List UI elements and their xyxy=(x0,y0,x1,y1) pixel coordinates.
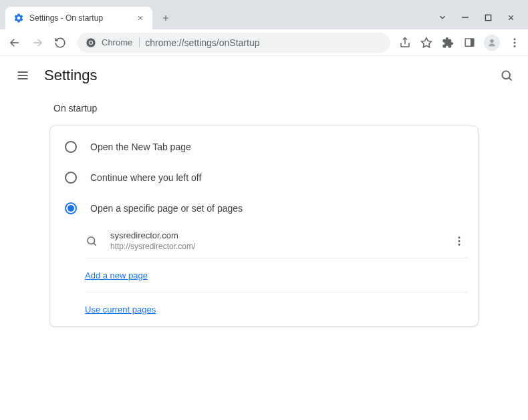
svg-point-6 xyxy=(90,41,92,44)
titlebar: Settings - On startup xyxy=(0,0,528,29)
menu-icon[interactable] xyxy=(15,67,31,83)
settings-header: Settings xyxy=(0,56,528,95)
close-window-button[interactable] xyxy=(505,12,516,23)
omnibox-url: chrome://settings/onStartup xyxy=(145,37,259,48)
svg-marker-8 xyxy=(422,37,432,47)
page-menu-icon[interactable] xyxy=(451,233,467,249)
svg-point-23 xyxy=(458,240,460,242)
svg-point-18 xyxy=(502,71,510,79)
gear-icon xyxy=(13,13,24,23)
page-url-text: http://sysredirector.com/ xyxy=(110,242,439,251)
omnibox[interactable]: Chrome chrome://settings/onStartup xyxy=(78,33,390,53)
close-icon[interactable] xyxy=(135,13,146,23)
bookmark-icon[interactable] xyxy=(420,36,433,49)
tab-title: Settings - On startup xyxy=(29,13,130,23)
share-icon[interactable] xyxy=(398,36,412,49)
toolbar-actions xyxy=(398,35,521,51)
option-continue[interactable]: Continue where you left off xyxy=(50,162,478,193)
add-page-row: Add a new page xyxy=(85,258,467,292)
pages-list: sysredirector.com http://sysredirector.c… xyxy=(85,224,467,321)
sidepanel-icon[interactable] xyxy=(463,36,476,49)
option-label: Open a specific page or set of pages xyxy=(90,203,243,214)
reload-button[interactable] xyxy=(51,33,70,52)
svg-line-19 xyxy=(509,78,512,81)
svg-point-22 xyxy=(458,236,460,238)
option-label: Continue where you left off xyxy=(90,172,201,183)
maximize-button[interactable] xyxy=(483,12,493,23)
page-row: sysredirector.com http://sysredirector.c… xyxy=(85,224,467,258)
svg-point-13 xyxy=(514,41,516,43)
page-title-text: sysredirector.com xyxy=(110,230,439,240)
startup-card: Open the New Tab page Continue where you… xyxy=(49,126,479,327)
new-tab-button[interactable] xyxy=(156,9,175,27)
svg-rect-10 xyxy=(470,39,473,46)
extensions-icon[interactable] xyxy=(441,36,454,49)
page-title: Settings xyxy=(44,67,98,84)
option-new-tab[interactable]: Open the New Tab page xyxy=(50,132,478,162)
use-current-link[interactable]: Use current pages xyxy=(85,304,156,314)
section-title: On startup xyxy=(53,103,479,114)
profile-avatar[interactable] xyxy=(484,35,500,51)
browser-tab[interactable]: Settings - On startup xyxy=(5,7,152,29)
svg-point-20 xyxy=(88,237,95,244)
svg-line-21 xyxy=(94,243,96,246)
option-specific-pages[interactable]: Open a specific page or set of pages xyxy=(50,193,478,224)
minimize-button[interactable] xyxy=(460,12,471,23)
use-current-row: Use current pages xyxy=(85,292,467,321)
more-icon[interactable] xyxy=(508,36,521,49)
svg-point-11 xyxy=(490,39,493,42)
svg-rect-1 xyxy=(485,15,491,20)
globe-icon xyxy=(85,234,98,248)
chevron-down-icon[interactable] xyxy=(437,12,448,23)
back-button[interactable] xyxy=(5,33,24,52)
page-info: sysredirector.com http://sysredirector.c… xyxy=(110,230,439,251)
radio-unselected[interactable] xyxy=(65,141,77,153)
omnibox-label: Chrome xyxy=(102,37,140,47)
window-controls xyxy=(437,12,528,29)
chrome-logo-icon xyxy=(86,37,96,48)
content: On startup Open the New Tab page Continu… xyxy=(0,95,528,327)
option-label: Open the New Tab page xyxy=(90,142,191,152)
radio-unselected[interactable] xyxy=(65,172,77,184)
svg-point-12 xyxy=(514,38,516,40)
add-page-link[interactable]: Add a new page xyxy=(85,270,148,280)
svg-point-14 xyxy=(514,45,516,47)
svg-point-24 xyxy=(458,243,460,245)
toolbar: Chrome chrome://settings/onStartup xyxy=(0,29,528,56)
radio-selected[interactable] xyxy=(65,202,77,214)
forward-button[interactable] xyxy=(28,33,47,52)
search-icon[interactable] xyxy=(499,67,515,83)
